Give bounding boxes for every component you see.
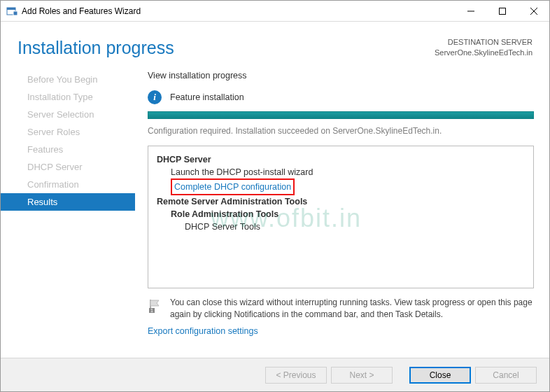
- hint-row: 1 You can close this wizard without inte…: [148, 297, 534, 321]
- next-button: Next >: [331, 367, 393, 384]
- result-role-admin-tools: Role Administration Tools: [157, 208, 525, 220]
- info-icon: i: [148, 90, 162, 104]
- sidebar-item-features: Features: [1, 141, 135, 158]
- result-rsat: Remote Server Administration Tools: [157, 195, 525, 208]
- result-dhcp-server-tools: DHCP Server Tools: [157, 220, 525, 233]
- sidebar-item-dhcp-server: DHCP Server: [1, 158, 135, 176]
- header: Installation progress DESTINATION SERVER…: [1, 22, 549, 66]
- result-launch-wizard: Launch the DHCP post-install wizard: [157, 166, 525, 178]
- status-message: Configuration required. Installation suc…: [148, 126, 534, 136]
- link-export-configuration[interactable]: Export configuration settings: [148, 326, 534, 336]
- cancel-button: Cancel: [475, 367, 537, 384]
- svg-rect-2: [13, 11, 17, 15]
- destination-server: DESTINATION SERVER ServerOne.SkylineEdTe…: [435, 37, 533, 58]
- minimize-button[interactable]: [455, 1, 486, 21]
- body: Before You Begin Installation Type Serve…: [1, 66, 549, 358]
- page-title: Installation progress: [17, 38, 174, 58]
- results-box: DHCP Server Launch the DHCP post-install…: [148, 146, 534, 288]
- sidebar-item-before-you-begin: Before You Begin: [1, 71, 135, 88]
- link-complete-dhcp-configuration[interactable]: Complete DHCP configuration: [171, 178, 295, 195]
- sidebar-item-installation-type: Installation Type: [1, 88, 135, 106]
- close-window-button[interactable]: [518, 1, 549, 21]
- sidebar-item-server-roles: Server Roles: [1, 123, 135, 141]
- sidebar-item-confirmation: Confirmation: [1, 176, 135, 193]
- feature-label: Feature installation: [170, 92, 244, 102]
- main-panel: View installation progress i Feature ins…: [135, 66, 549, 358]
- sidebar-item-results[interactable]: Results: [1, 193, 135, 211]
- flag-icon: 1: [148, 298, 163, 314]
- footer: < Previous Next > Close Cancel: [1, 358, 549, 391]
- sidebar-item-server-selection: Server Selection: [1, 106, 135, 123]
- svg-rect-4: [499, 8, 505, 14]
- link-complete-dhcp-row: Complete DHCP configuration: [157, 178, 525, 195]
- result-dhcp-server: DHCP Server: [157, 153, 525, 166]
- svg-rect-1: [7, 8, 15, 10]
- close-button[interactable]: Close: [409, 367, 471, 384]
- feature-row: i Feature installation: [148, 90, 534, 104]
- sidebar: Before You Begin Installation Type Serve…: [1, 66, 135, 358]
- destination-value: ServerOne.SkylineEdTech.in: [435, 48, 533, 58]
- window-controls: [455, 1, 549, 21]
- maximize-button[interactable]: [486, 1, 518, 21]
- destination-label: DESTINATION SERVER: [435, 37, 533, 48]
- hint-text: You can close this wizard without interr…: [170, 297, 534, 321]
- app-icon: [6, 6, 17, 17]
- progress-bar: [148, 111, 534, 119]
- previous-button: < Previous: [265, 367, 327, 384]
- svg-text:1: 1: [150, 308, 153, 313]
- wizard-window: Add Roles and Features Wizard Installati…: [0, 0, 550, 392]
- titlebar: Add Roles and Features Wizard: [1, 1, 549, 22]
- window-title: Add Roles and Features Wizard: [22, 6, 455, 16]
- section-title: View installation progress: [148, 71, 534, 80]
